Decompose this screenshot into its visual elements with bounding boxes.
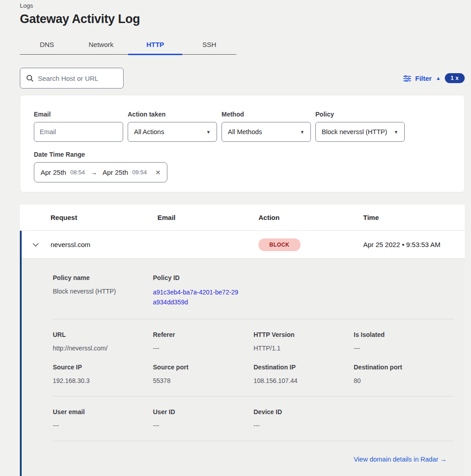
end-time[interactable]: 09:54 bbox=[132, 169, 147, 176]
user-id-label: User ID bbox=[153, 408, 254, 415]
column-header-action: Action bbox=[259, 214, 363, 221]
activity-log-table: Request Email Action Time neverssl.com B… bbox=[20, 205, 465, 476]
tab-http[interactable]: HTTP bbox=[128, 36, 182, 54]
gateway-activity-log-page: Logs Gateway Activity Log DNS Network HT… bbox=[0, 0, 471, 476]
device-id-field: Device ID --- bbox=[254, 408, 354, 441]
policy-section: Policy name Block neverssl (HTTP) Policy… bbox=[22, 274, 465, 319]
destination-port-value: 80 bbox=[354, 377, 454, 384]
user-id-field: User ID --- bbox=[153, 408, 254, 441]
is-isolated-field: Is Isolated --- bbox=[354, 331, 454, 364]
toolbar: Filter ▲ 1 x bbox=[20, 68, 465, 89]
device-id-label: Device ID bbox=[254, 408, 354, 415]
destination-ip-label: Destination IP bbox=[254, 364, 354, 371]
referer-label: Referer bbox=[153, 331, 254, 338]
chevron-down-icon[interactable] bbox=[32, 243, 39, 247]
is-isolated-value: --- bbox=[354, 345, 454, 352]
url-field: URL http://neverssl.com/ bbox=[53, 331, 153, 364]
caret-up-icon: ▲ bbox=[436, 75, 441, 81]
policy-id-link[interactable]: a91c3eb4-ba7a-4201-be72-29a934dd359d bbox=[153, 288, 240, 307]
user-email-field: User email --- bbox=[53, 408, 153, 441]
date-range-field: Date Time Range Apr 25th 08:54 → Apr 25t… bbox=[34, 151, 451, 182]
http-version-value: HTTP/1.1 bbox=[254, 345, 354, 352]
referer-field: Referer --- bbox=[153, 331, 254, 364]
destination-port-label: Destination port bbox=[354, 364, 454, 371]
filter-count-badge[interactable]: 1 x bbox=[445, 73, 465, 83]
policy-filter-field: Policy Block neverssl (HTTP) ▼ bbox=[315, 111, 405, 142]
policy-filter-label: Policy bbox=[315, 111, 405, 118]
policy-name-field: Policy name Block neverssl (HTTP) bbox=[53, 274, 153, 319]
policy-id-field: Policy ID a91c3eb4-ba7a-4201-be72-29a934… bbox=[153, 274, 254, 319]
column-header-email: Email bbox=[157, 214, 259, 221]
search-box[interactable] bbox=[20, 68, 124, 89]
arrow-right-icon: → bbox=[89, 168, 98, 176]
source-ip-label: Source IP bbox=[53, 364, 153, 371]
method-filter-field: Method All Methods ▼ bbox=[222, 111, 311, 142]
url-value: http://neverssl.com/ bbox=[53, 345, 153, 352]
filter-cluster[interactable]: Filter ▲ 1 x bbox=[403, 73, 465, 83]
chevron-down-icon: ▼ bbox=[300, 130, 305, 135]
date-range-label: Date Time Range bbox=[34, 151, 451, 158]
time-cell: Apr 25 2022 • 9:53:53 AM bbox=[363, 241, 465, 248]
email-filter-label: Email bbox=[34, 111, 123, 118]
tab-dns[interactable]: DNS bbox=[20, 36, 74, 54]
close-icon[interactable]: ✕ bbox=[155, 169, 161, 176]
source-ip-field: Source IP 192.168.30.3 bbox=[53, 364, 153, 396]
date-range-picker[interactable]: Apr 25th 08:54 → Apr 25th 09:54 ✕ bbox=[34, 162, 167, 182]
end-date[interactable]: Apr 25th bbox=[102, 168, 128, 176]
start-date[interactable]: Apr 25th bbox=[41, 168, 66, 176]
search-input[interactable] bbox=[38, 75, 118, 82]
source-port-field: Source port 55378 bbox=[153, 364, 254, 396]
request-host: neverssl.com bbox=[51, 241, 90, 248]
row-details-panel: Policy name Block neverssl (HTTP) Policy… bbox=[22, 259, 465, 476]
search-icon bbox=[26, 74, 34, 82]
source-port-value: 55378 bbox=[153, 377, 254, 384]
tab-ssh[interactable]: SSH bbox=[182, 36, 236, 54]
radar-link[interactable]: View domain details in Radar → bbox=[354, 456, 447, 463]
method-filter-label: Method bbox=[222, 111, 311, 118]
method-filter-value: All Methods bbox=[228, 128, 262, 135]
action-filter-field: Action taken All Actions ▼ bbox=[128, 111, 217, 142]
action-cell: BLOCK bbox=[259, 238, 363, 251]
url-label: URL bbox=[53, 331, 153, 338]
policy-filter-value: Block neverssl (HTTP) bbox=[322, 128, 387, 135]
start-time[interactable]: 08:54 bbox=[70, 169, 85, 176]
policy-filter-select[interactable]: Block neverssl (HTTP) ▼ bbox=[315, 122, 405, 142]
action-filter-value: All Actions bbox=[134, 128, 164, 135]
page-title: Gateway Activity Log bbox=[20, 12, 465, 26]
breadcrumb[interactable]: Logs bbox=[20, 0, 465, 9]
policy-name-label: Policy name bbox=[53, 274, 153, 281]
source-ip-value: 192.168.30.3 bbox=[53, 377, 153, 384]
request-details-section: URL http://neverssl.com/ Referer --- HTT… bbox=[22, 319, 465, 396]
source-port-label: Source port bbox=[153, 364, 254, 371]
policy-id-label: Policy ID bbox=[153, 274, 254, 281]
referer-value: --- bbox=[153, 345, 254, 352]
table-row[interactable]: neverssl.com BLOCK Apr 25 2022 • 9:53:53… bbox=[22, 231, 465, 259]
user-email-value: --- bbox=[53, 422, 153, 429]
destination-ip-field: Destination IP 108.156.107.44 bbox=[254, 364, 354, 396]
is-isolated-label: Is Isolated bbox=[354, 331, 454, 338]
destination-port-field: Destination port 80 bbox=[354, 364, 454, 396]
email-filter-input[interactable] bbox=[34, 122, 123, 142]
column-header-time: Time bbox=[363, 214, 465, 221]
http-version-label: HTTP Version bbox=[254, 331, 354, 338]
destination-ip-value: 108.156.107.44 bbox=[254, 377, 354, 384]
filter-fields-row: Email Action taken All Actions ▼ Method … bbox=[34, 111, 451, 142]
radar-link-row: View domain details in Radar → bbox=[22, 441, 465, 463]
http-version-field: HTTP Version HTTP/1.1 bbox=[254, 331, 354, 364]
action-filter-label: Action taken bbox=[128, 111, 217, 118]
filter-button-label[interactable]: Filter bbox=[415, 75, 432, 82]
filter-sliders-icon bbox=[403, 75, 411, 82]
status-badge: BLOCK bbox=[259, 238, 300, 251]
policy-name-value: Block neverssl (HTTP) bbox=[53, 288, 153, 295]
log-type-tabs: DNS Network HTTP SSH bbox=[20, 36, 236, 55]
method-filter-select[interactable]: All Methods ▼ bbox=[222, 122, 311, 142]
request-cell: neverssl.com bbox=[22, 241, 157, 248]
tab-network[interactable]: Network bbox=[74, 36, 128, 54]
table-header-row: Request Email Action Time bbox=[20, 205, 465, 231]
action-filter-select[interactable]: All Actions ▼ bbox=[128, 122, 217, 142]
user-section: User email --- User ID --- Device ID --- bbox=[22, 397, 465, 441]
column-header-request: Request bbox=[20, 214, 157, 221]
user-email-label: User email bbox=[53, 408, 153, 415]
expanded-row-group: neverssl.com BLOCK Apr 25 2022 • 9:53:53… bbox=[20, 231, 465, 476]
filter-panel: Email Action taken All Actions ▼ Method … bbox=[20, 95, 465, 192]
